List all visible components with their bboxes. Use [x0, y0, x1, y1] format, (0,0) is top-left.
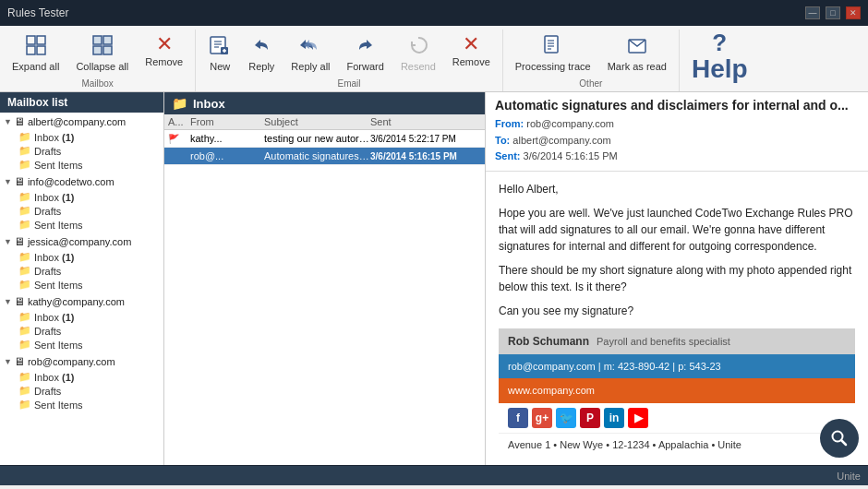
- preview-subject: Automatic signatures and disclaimers for…: [495, 98, 859, 113]
- svg-rect-5: [103, 36, 112, 44]
- statusbar: Unite: [0, 465, 868, 485]
- mark-as-read-label: Mark as read: [608, 61, 667, 72]
- folder-jessica-drafts[interactable]: 📁 Drafts: [0, 264, 163, 278]
- email-from-2: rob@...: [190, 150, 264, 161]
- twitter-icon[interactable]: 🐦: [556, 408, 576, 428]
- email-sent-2: 3/6/2014 5:16:15 PM: [370, 151, 481, 161]
- account-jessica-row[interactable]: ▼ 🖥 jessica@company.com: [0, 233, 163, 250]
- expand-all-label: Expand all: [12, 61, 59, 72]
- maximize-button[interactable]: □: [826, 6, 840, 19]
- reply-icon: [251, 34, 271, 59]
- preview-panel: Automatic signatures and disclaimers for…: [486, 92, 868, 465]
- account-info-row[interactable]: ▼ 🖥 info@codetwo.com: [0, 173, 163, 190]
- folder-albert-drafts[interactable]: 📁 Drafts: [0, 144, 163, 158]
- reply-label: Reply: [248, 61, 274, 72]
- svg-rect-7: [103, 46, 112, 54]
- other-group-label: Other: [507, 77, 675, 91]
- folder-albert-inbox[interactable]: 📁 Inbox (1): [0, 130, 163, 144]
- remove-mailbox-icon: ✕: [156, 34, 173, 54]
- close-button[interactable]: ✕: [846, 6, 861, 19]
- inbox-header: 📁 Inbox: [164, 92, 485, 114]
- pinterest-icon[interactable]: P: [580, 408, 600, 428]
- folder-rob-sent[interactable]: 📁 Sent Items: [0, 398, 163, 411]
- remove-mailbox-button[interactable]: ✕ Remove: [137, 30, 191, 77]
- folder-albert-drafts-label: Drafts: [34, 146, 61, 157]
- account-info: ▼ 🖥 info@codetwo.com 📁 Inbox (1) 📁 Draft…: [0, 173, 163, 233]
- folder-albert-inbox-label: Inbox (1): [34, 132, 74, 143]
- svg-rect-3: [37, 46, 45, 54]
- reply-all-button[interactable]: Reply all: [283, 30, 338, 77]
- signature-block: Rob Schumann Payroll and benefits specia…: [499, 328, 855, 457]
- statusbar-text: Unite: [837, 471, 861, 482]
- resend-icon: [408, 34, 428, 59]
- ribbon-group-mailbox: Expand all Collapse all ✕ Remove Mailbox: [0, 30, 196, 91]
- remove-mailbox-label: Remove: [145, 56, 183, 67]
- collapse-all-button[interactable]: Collapse all: [67, 30, 137, 77]
- collapse-all-label: Collapse all: [76, 61, 128, 72]
- folder-kathy-drafts[interactable]: 📁 Drafts: [0, 324, 163, 338]
- facebook-icon[interactable]: f: [508, 408, 528, 428]
- linkedin-icon[interactable]: in: [604, 408, 624, 428]
- email-row-2[interactable]: rob@... Automatic signatures and d... 3/…: [164, 148, 485, 165]
- account-albert-row[interactable]: ▼ 🖥 albert@company.com: [0, 113, 163, 130]
- inbox-folder-icon: 📁: [172, 96, 187, 111]
- folder-kathy-inbox[interactable]: 📁 Inbox (1): [0, 310, 163, 324]
- folder-info-drafts[interactable]: 📁 Drafts: [0, 204, 163, 218]
- folder-jessica-sent[interactable]: 📁 Sent Items: [0, 278, 163, 292]
- processing-trace-button[interactable]: Processing trace: [507, 30, 599, 77]
- forward-button[interactable]: Forward: [339, 30, 392, 77]
- help-label: Help: [692, 54, 748, 84]
- forward-icon: [356, 34, 376, 59]
- account-kathy-row[interactable]: ▼ 🖥 kathy@company.com: [0, 293, 163, 310]
- email-row-1[interactable]: 🚩 kathy... testing our new autoresponder…: [164, 130, 485, 148]
- resend-button[interactable]: Resend: [392, 30, 444, 77]
- sig-web-row: www.company.com: [499, 378, 855, 403]
- window-controls: — □ ✕: [805, 6, 861, 19]
- folder-jessica-drafts-label: Drafts: [34, 266, 61, 277]
- expand-icon-rob: ▼: [4, 357, 12, 366]
- from-label: From:: [495, 118, 524, 129]
- folder-icon: 📁: [18, 251, 31, 263]
- sig-social: f g+ 🐦 P in ▶: [499, 403, 855, 433]
- mark-as-read-button[interactable]: Mark as read: [599, 30, 675, 77]
- folder-icon: 📁: [18, 265, 31, 277]
- account-rob-row[interactable]: ▼ 🖥 rob@company.com: [0, 353, 163, 370]
- remove-email-button[interactable]: ✕ Remove: [444, 30, 499, 77]
- reply-button[interactable]: Reply: [240, 30, 283, 77]
- email-from-1: kathy...: [190, 133, 264, 144]
- folder-rob-drafts[interactable]: 📁 Drafts: [0, 384, 163, 398]
- folder-rob-inbox[interactable]: 📁 Inbox (1): [0, 370, 163, 384]
- sig-email-row: rob@company.com | m: 423-890-42 | p: 543…: [499, 354, 855, 379]
- help-button[interactable]: ? Help: [683, 30, 756, 87]
- collapse-all-icon: [91, 34, 114, 59]
- sig-title: Payroll and benefits specialist: [597, 334, 730, 350]
- inbox-header-label: Inbox: [193, 97, 225, 111]
- sig-name: Rob Schumann: [508, 333, 589, 350]
- sent-label: Sent:: [495, 150, 521, 161]
- mailbox-group-label: Mailbox: [4, 77, 191, 91]
- google-plus-icon[interactable]: g+: [532, 408, 552, 428]
- folder-icon: 📁: [18, 325, 31, 337]
- new-email-icon: [210, 34, 230, 59]
- search-overlay-button[interactable]: [820, 419, 859, 458]
- expand-all-button[interactable]: Expand all: [4, 30, 67, 77]
- folder-info-inbox[interactable]: 📁 Inbox (1): [0, 190, 163, 204]
- svg-rect-6: [93, 46, 102, 54]
- folder-icon: 📁: [18, 279, 31, 291]
- account-kathy: ▼ 🖥 kathy@company.com 📁 Inbox (1) 📁 Draf…: [0, 292, 163, 352]
- email-column-headers: A... From Subject Sent: [164, 114, 485, 130]
- folder-jessica-inbox[interactable]: 📁 Inbox (1): [0, 250, 163, 264]
- folder-info-sent[interactable]: 📁 Sent Items: [0, 218, 163, 232]
- minimize-button[interactable]: —: [805, 6, 820, 19]
- ribbon-group-help: ? Help: [680, 30, 760, 91]
- email-flag-1: 🚩: [168, 134, 190, 144]
- forward-label: Forward: [347, 61, 384, 72]
- youtube-icon[interactable]: ▶: [628, 408, 648, 428]
- account-rob: ▼ 🖥 rob@company.com 📁 Inbox (1) 📁 Drafts…: [0, 352, 163, 412]
- folder-icon: 📁: [18, 219, 31, 231]
- folder-kathy-sent[interactable]: 📁 Sent Items: [0, 338, 163, 352]
- processing-trace-label: Processing trace: [515, 61, 591, 72]
- account-kathy-email: kathy@company.com: [28, 296, 125, 307]
- new-email-button[interactable]: New: [199, 30, 240, 77]
- folder-albert-sent[interactable]: 📁 Sent Items: [0, 158, 163, 172]
